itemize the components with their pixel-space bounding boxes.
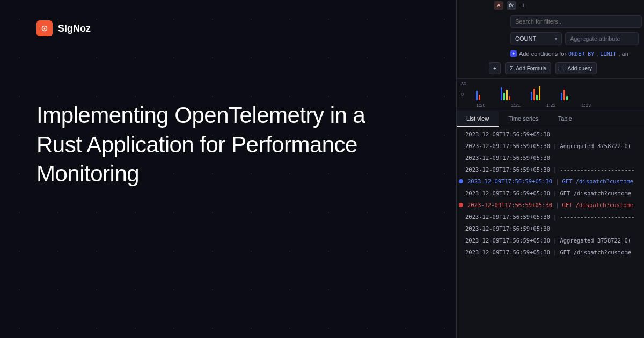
log-list: 2023-12-09T17:56:59+05:302023-12-09T17:5… bbox=[457, 127, 644, 258]
log-message: GET /dispatch?custome bbox=[562, 175, 633, 187]
status-dot-icon bbox=[459, 203, 463, 207]
log-message: ---------------------- bbox=[560, 164, 634, 175]
log-row[interactable]: 2023-12-09T17:56:59+05:30 bbox=[457, 152, 644, 164]
log-message: ---------------------- bbox=[560, 211, 634, 223]
log-message: GET /dispatch?custome bbox=[560, 187, 631, 199]
bar bbox=[533, 89, 535, 100]
log-message: GET /dispatch?custome bbox=[560, 246, 631, 258]
brand-name: SigNoz bbox=[58, 23, 91, 34]
add-formula-button[interactable]: Σ Add Formula bbox=[505, 62, 551, 74]
add-query-button[interactable]: ≣ Add query bbox=[555, 62, 597, 74]
tab-time-series[interactable]: Time series bbox=[499, 111, 548, 127]
log-row[interactable]: 2023-12-09T17:56:59+05:30 | GET /dispatc… bbox=[457, 187, 644, 199]
log-timestamp: 2023-12-09T17:56:59+05:30 bbox=[467, 199, 552, 211]
bar bbox=[531, 92, 532, 100]
bar bbox=[536, 95, 538, 100]
log-separator: | bbox=[555, 199, 559, 211]
bars-area bbox=[476, 83, 639, 100]
aggregate-attribute-input[interactable]: Aggregate attribute bbox=[565, 32, 639, 45]
log-timestamp: 2023-12-09T17:56:59+05:30 bbox=[467, 175, 552, 187]
bar bbox=[506, 90, 508, 100]
aggregate-fn-label: COUNT bbox=[515, 35, 536, 42]
x-axis-ticks: 1:201:211:221:23 bbox=[476, 102, 639, 108]
log-timestamp: 2023-12-09T17:56:59+05:30 bbox=[465, 234, 550, 246]
bar bbox=[501, 87, 502, 100]
y-tick-30: 30 bbox=[461, 81, 466, 86]
log-row[interactable]: 2023-12-09T17:56:59+05:30 bbox=[457, 128, 644, 140]
x-tick: 1:22 bbox=[546, 102, 556, 108]
log-separator: | bbox=[553, 246, 557, 258]
log-separator: | bbox=[555, 175, 559, 187]
series-badge-a[interactable]: A bbox=[494, 1, 503, 10]
svg-point-1 bbox=[44, 28, 46, 30]
log-message: GET /dispatch?custome bbox=[562, 199, 633, 211]
log-row[interactable]: 2023-12-09T17:56:59+05:30 | GET /dispatc… bbox=[457, 246, 644, 258]
log-separator: | bbox=[553, 187, 557, 199]
x-tick: 1:23 bbox=[582, 102, 591, 108]
x-tick: 1:21 bbox=[511, 102, 521, 108]
bar bbox=[503, 93, 505, 100]
bar-cluster bbox=[531, 86, 540, 100]
bar bbox=[479, 95, 480, 100]
query-builder: A fx + COUNT ▾ Aggregate attribute + Add… bbox=[457, 0, 644, 79]
hero-pane: SigNoz Implementing OpenTelemetry in a R… bbox=[36, 20, 412, 189]
log-message: Aggregated 3758722 0( bbox=[560, 140, 631, 152]
log-separator: | bbox=[553, 211, 557, 223]
log-row[interactable]: 2023-12-09T17:56:59+05:30 bbox=[457, 223, 644, 234]
chevron-down-icon: ▾ bbox=[555, 36, 557, 41]
orderby-keyword[interactable]: ORDER BY bbox=[568, 51, 594, 57]
conditions-row: + Add conditions for ORDER BY, LIMIT , a… bbox=[510, 50, 639, 57]
y-tick-0: 0 bbox=[461, 92, 464, 97]
filter-input[interactable] bbox=[510, 15, 642, 28]
limit-keyword[interactable]: LIMIT bbox=[600, 51, 616, 57]
log-row[interactable]: 2023-12-09T17:56:59+05:30 | Aggregated 3… bbox=[457, 140, 644, 152]
log-separator: | bbox=[553, 140, 557, 152]
status-dot-icon bbox=[459, 179, 463, 183]
log-timestamp: 2023-12-09T17:56:59+05:30 bbox=[465, 152, 550, 164]
log-row[interactable]: 2023-12-09T17:56:59+05:30 | GET /dispatc… bbox=[457, 199, 644, 211]
app-panel: A fx + COUNT ▾ Aggregate attribute + Add… bbox=[456, 0, 644, 338]
bar bbox=[564, 90, 565, 100]
bar-cluster bbox=[501, 87, 510, 100]
log-timestamp: 2023-12-09T17:56:59+05:30 bbox=[465, 246, 550, 258]
mini-chart: 30 0 1:201:211:221:23 bbox=[457, 79, 644, 111]
log-timestamp: 2023-12-09T17:56:59+05:30 bbox=[465, 211, 550, 223]
bar bbox=[561, 93, 562, 100]
page-headline: Implementing OpenTelemetry in a Rust App… bbox=[36, 101, 391, 189]
aggregate-select[interactable]: COUNT ▾ bbox=[510, 32, 562, 45]
fx-chip[interactable]: fx bbox=[507, 1, 516, 10]
log-row[interactable]: 2023-12-09T17:56:59+05:30 | GET /dispatc… bbox=[457, 175, 644, 187]
bar bbox=[476, 91, 478, 100]
add-condition-icon[interactable]: + bbox=[510, 50, 517, 57]
bar bbox=[566, 96, 568, 100]
bar-cluster bbox=[561, 90, 568, 100]
log-row[interactable]: 2023-12-09T17:56:59+05:30 | ------------… bbox=[457, 164, 644, 175]
chip-row: A fx + bbox=[494, 0, 639, 10]
x-tick: 1:20 bbox=[476, 102, 486, 108]
log-message: Aggregated 3758722 0( bbox=[560, 234, 631, 246]
conditions-trail: , an bbox=[618, 50, 628, 57]
log-row[interactable]: 2023-12-09T17:56:59+05:30 | Aggregated 3… bbox=[457, 234, 644, 246]
log-row[interactable]: 2023-12-09T17:56:59+05:30 | ------------… bbox=[457, 211, 644, 223]
add-query-label: Add query bbox=[567, 65, 592, 71]
log-timestamp: 2023-12-09T17:56:59+05:30 bbox=[465, 164, 550, 175]
log-timestamp: 2023-12-09T17:56:59+05:30 bbox=[465, 128, 550, 140]
view-tabs: List viewTime seriesTable bbox=[457, 111, 644, 127]
tab-table[interactable]: Table bbox=[548, 111, 582, 127]
log-timestamp: 2023-12-09T17:56:59+05:30 bbox=[465, 223, 550, 234]
bar-cluster bbox=[476, 91, 480, 100]
brand-logo-icon bbox=[36, 20, 53, 36]
log-separator: | bbox=[553, 234, 557, 246]
bar bbox=[539, 86, 540, 100]
log-separator: | bbox=[553, 164, 557, 175]
sigma-icon: Σ bbox=[510, 65, 513, 71]
add-series-icon[interactable]: + bbox=[519, 2, 528, 9]
layers-icon: ≣ bbox=[560, 65, 565, 71]
add-button[interactable]: + bbox=[489, 62, 501, 74]
conditions-prefix: Add conditions for bbox=[519, 50, 566, 57]
log-timestamp: 2023-12-09T17:56:59+05:30 bbox=[465, 187, 550, 199]
brand: SigNoz bbox=[36, 20, 412, 36]
tab-list-view[interactable]: List view bbox=[457, 111, 499, 127]
aggregate-attr-placeholder: Aggregate attribute bbox=[570, 35, 620, 42]
bar bbox=[509, 96, 510, 100]
